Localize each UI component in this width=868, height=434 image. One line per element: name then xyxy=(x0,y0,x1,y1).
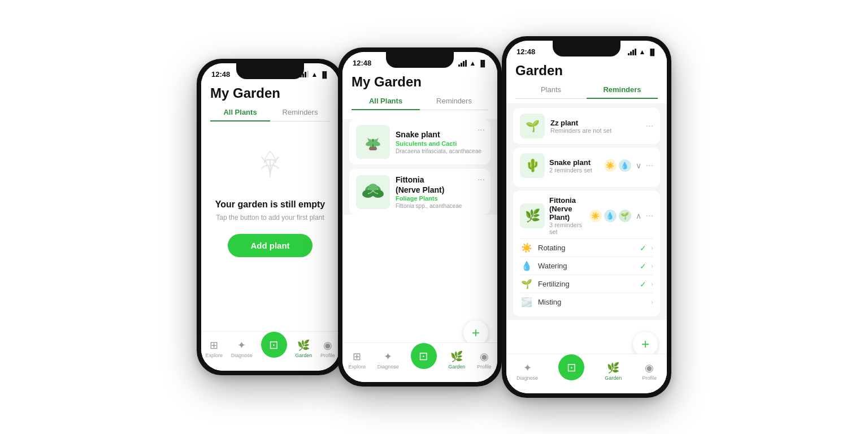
empty-title: Your garden is still empty xyxy=(215,199,325,210)
three-dots-fittonia-reminder[interactable]: ··· xyxy=(646,211,653,221)
tab-reminders-left[interactable]: Reminders xyxy=(270,103,330,121)
nav-explore-left[interactable]: ⊞ Explore xyxy=(205,339,223,358)
diagnose-icon-left: ✦ xyxy=(237,339,246,351)
explore-icon-center: ⊞ xyxy=(353,350,361,363)
fittonia-reminder-toggle[interactable]: ∧ xyxy=(636,211,641,220)
zz-plant-info: Zz plant Reminders are not set xyxy=(550,119,640,134)
three-dots-zz[interactable]: ··· xyxy=(646,121,653,131)
notch-right xyxy=(553,41,620,57)
reminder-row-misting[interactable]: 🌫️ Misting › xyxy=(520,293,653,311)
fittonia-reminder-name: Fittonia(Nerve Plant) xyxy=(549,196,585,222)
tab-reminders-right[interactable]: Reminders xyxy=(587,81,658,98)
fertilizing-arrow: › xyxy=(651,280,653,288)
notch-center xyxy=(386,52,454,68)
snake-reminder-count: 2 reminders set xyxy=(549,167,600,173)
rotating-icon: ☀️ xyxy=(520,242,533,253)
status-time-right: 12:48 xyxy=(517,47,535,56)
reminder-row-fertilizing[interactable]: 🌱 Fertilizing ✓ › xyxy=(520,275,653,293)
phone-left: 12:48 ▲ ▐▌ xyxy=(197,59,344,375)
phone-right: 12:48 ▲ ▐▌ Garden xyxy=(502,36,671,398)
nav-garden-right[interactable]: 🌿 Garden xyxy=(605,362,622,381)
plant-name-snake: Snake plant xyxy=(396,129,484,140)
svg-rect-2 xyxy=(305,72,306,77)
scan-button-left[interactable]: ⊡ xyxy=(261,332,287,358)
reminder-list: 🌱 Zz plant Reminders are not set ··· 🌵 S xyxy=(506,103,667,320)
scan-icon-left: ⊡ xyxy=(269,338,279,351)
status-time-center: 12:48 xyxy=(353,59,371,67)
scan-button-right[interactable]: ⊡ xyxy=(558,354,584,380)
fertilizing-icon: 🌱 xyxy=(520,279,533,289)
nav-scan-right[interactable]: ⊡ xyxy=(558,362,584,380)
bottom-nav-center: ⊞ Explore ✦ Diagnose ⊡ 🌿 Garden xyxy=(342,342,497,382)
nav-scan-left[interactable]: ⊡ xyxy=(261,340,287,358)
fertilizing-label: Fertilizing xyxy=(538,280,635,288)
tab-all-plants-left[interactable]: All Plants xyxy=(210,103,270,121)
three-dots-fittonia[interactable]: ··· xyxy=(478,175,485,185)
plant-card-fittonia[interactable]: Fittonia(Nerve Plant) Foliage Plants Fit… xyxy=(349,169,491,215)
empty-subtitle: Tap the button to add your first plant xyxy=(216,213,324,223)
zz-plant-card[interactable]: 🌱 Zz plant Reminders are not set ··· xyxy=(513,108,660,144)
plant-latin-snake: Dracaena trifasciata, acanthaceae xyxy=(396,148,484,154)
reminder-row-watering[interactable]: 💧 Watering ✓ › xyxy=(520,257,653,275)
misting-arrow: › xyxy=(651,298,653,306)
three-dots-snake-reminder[interactable]: ··· xyxy=(646,160,653,171)
misting-label: Misting xyxy=(538,298,646,306)
svg-rect-17 xyxy=(628,53,630,55)
app-header-left: My Garden All Plants Reminders xyxy=(201,81,339,126)
reminder-row-rotating[interactable]: ☀️ Rotating ✓ › xyxy=(520,238,653,257)
profile-icon-right: ◉ xyxy=(645,362,654,374)
fertilizing-check: ✓ xyxy=(640,280,646,289)
diagnose-icon-center: ✦ xyxy=(384,350,392,363)
empty-plant-icon xyxy=(250,143,290,190)
scan-button-center[interactable]: ⊡ xyxy=(411,343,437,369)
battery-icon-left: ▐▌ xyxy=(320,71,329,78)
plant-name-fittonia: Fittonia(Nerve Plant) xyxy=(396,175,484,195)
svg-rect-3 xyxy=(307,71,309,77)
misting-icon: 🌫️ xyxy=(520,297,533,307)
tabs-right: Plants Reminders xyxy=(515,81,658,99)
bottom-nav-left: ⊞ Explore ✦ Diagnose ⊡ 🌿 Garden xyxy=(201,331,339,371)
fittonia-badge-water: 💧 xyxy=(604,210,617,222)
scan-icon-right: ⊡ xyxy=(567,361,576,374)
svg-rect-18 xyxy=(630,51,632,55)
nav-garden-left[interactable]: 🌿 Garden xyxy=(295,339,312,358)
tab-all-plants-center[interactable]: All Plants xyxy=(351,92,420,110)
nav-diagnose-right[interactable]: ✦ Diagnose xyxy=(517,362,538,381)
nav-profile-left[interactable]: ◉ Profile xyxy=(320,339,335,358)
fab-right[interactable]: + xyxy=(633,332,658,357)
signal-icon-right xyxy=(628,49,637,55)
phone-right-screen: 12:48 ▲ ▐▌ Garden xyxy=(506,41,667,393)
three-dots-snake[interactable]: ··· xyxy=(478,125,485,135)
fittonia-badge-sun: ☀️ xyxy=(589,210,602,222)
plant-info-snake: Snake plant Suiculents and Cacti Dracaen… xyxy=(396,129,484,154)
nav-explore-center[interactable]: ⊞ Explore xyxy=(348,350,366,370)
svg-rect-7 xyxy=(465,60,467,67)
fittonia-reminder-count: 3 reminders set xyxy=(549,222,585,235)
snake-plant-reminder-card[interactable]: 🌵 Snake plant 2 reminders set ☀️ 💧 ∨ ··· xyxy=(513,147,660,187)
fittonia-reminder-img: 🌿 xyxy=(520,203,545,228)
nav-scan-center[interactable]: ⊡ xyxy=(411,351,437,369)
plant-card-snake[interactable]: Snake plant Suiculents and Cacti Dracaen… xyxy=(349,119,491,164)
nav-profile-center[interactable]: ◉ Profile xyxy=(477,350,492,370)
garden-icon-left: 🌿 xyxy=(297,339,310,351)
zz-plant-name: Zz plant xyxy=(550,119,640,127)
tab-reminders-center[interactable]: Reminders xyxy=(420,92,488,110)
svg-point-14 xyxy=(362,190,374,198)
snake-reminder-toggle[interactable]: ∨ xyxy=(636,161,641,170)
watering-arrow: › xyxy=(651,262,653,270)
tab-plants-right[interactable]: Plants xyxy=(515,81,587,98)
watering-check: ✓ xyxy=(640,262,646,271)
nav-profile-right[interactable]: ◉ Profile xyxy=(642,362,657,381)
phone-center: 12:48 ▲ ▐▌ My Garden xyxy=(338,47,502,387)
svg-point-16 xyxy=(368,184,377,190)
fittonia-reminder-card[interactable]: 🌿 Fittonia(Nerve Plant) 3 reminders set … xyxy=(513,190,660,316)
fittonia-reminder-info: Fittonia(Nerve Plant) 3 reminders set xyxy=(549,196,585,235)
nav-garden-center[interactable]: 🌿 Garden xyxy=(448,350,465,370)
nav-diagnose-left[interactable]: ✦ Diagnose xyxy=(231,339,253,358)
nav-diagnose-center[interactable]: ✦ Diagnose xyxy=(377,350,399,370)
explore-icon-left: ⊞ xyxy=(210,339,218,351)
fab-center[interactable]: + xyxy=(463,320,488,345)
svg-rect-11 xyxy=(369,147,377,150)
add-plant-button[interactable]: Add plant xyxy=(228,234,312,257)
svg-rect-4 xyxy=(458,64,460,67)
